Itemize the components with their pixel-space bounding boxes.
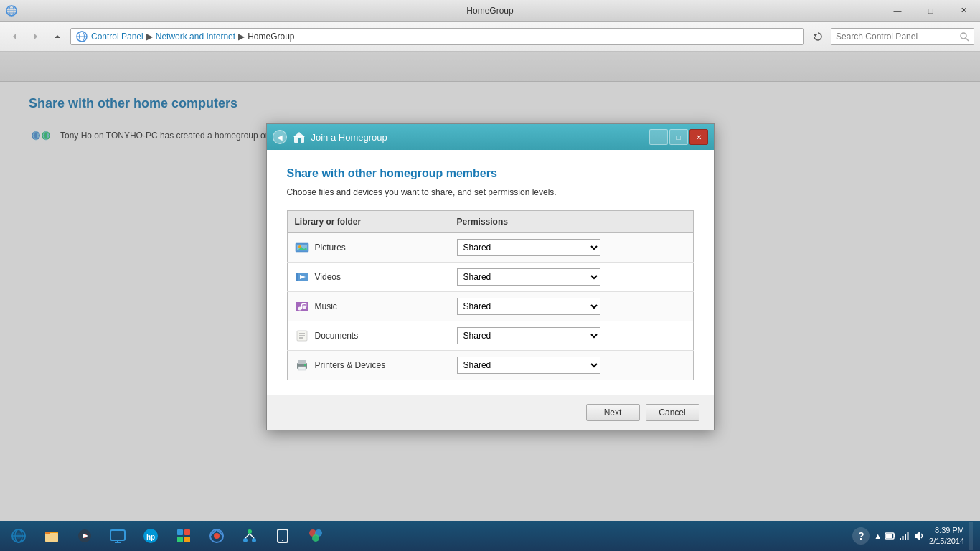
taskbar: hp xyxy=(0,521,980,551)
dialog-maximize-button[interactable]: □ xyxy=(669,129,688,145)
notification-arrow-icon[interactable]: ▲ xyxy=(874,532,882,540)
svg-rect-60 xyxy=(177,529,183,535)
dialog-footer: Next Cancel xyxy=(267,395,714,430)
cancel-button[interactable]: Cancel xyxy=(646,404,699,421)
breadcrumb-homegroup: HomeGroup xyxy=(248,32,294,42)
dialog-titlebar-left: ◀ Join a Homegroup xyxy=(273,130,387,144)
dialog-description: Choose files and devices you want to sha… xyxy=(287,187,694,197)
taskbar-chrome-button[interactable] xyxy=(201,522,232,550)
svg-rect-79 xyxy=(900,538,901,540)
permission-select[interactable]: SharedRead onlyNot shared xyxy=(457,239,600,256)
svg-marker-21 xyxy=(293,132,305,137)
svg-point-72 xyxy=(282,540,283,541)
taskbar-controlpanel-button[interactable] xyxy=(168,522,199,550)
network-icon xyxy=(241,527,258,545)
svg-rect-43 xyxy=(298,367,306,370)
permission-select[interactable]: SharedRead onlyNot shared xyxy=(457,357,600,374)
permission-select[interactable]: SharedRead onlyNot shared xyxy=(457,298,600,315)
refresh-icon xyxy=(813,32,823,42)
dialog-back-button[interactable]: ◀ xyxy=(273,130,287,144)
svg-point-65 xyxy=(214,533,220,539)
app-icon xyxy=(6,5,17,17)
controlpanel-icon xyxy=(175,527,192,545)
svg-point-66 xyxy=(248,529,252,534)
signal-icon xyxy=(899,530,910,542)
taskbar-right: ? ▲ 8:39 PM 2/15/2014 xyxy=(852,522,977,550)
forward-button[interactable] xyxy=(27,28,44,45)
battery-icon xyxy=(885,530,896,542)
table-row: Music SharedRead onlyNot shared xyxy=(287,292,693,321)
taskbar-display-button[interactable] xyxy=(102,522,133,550)
display-icon xyxy=(109,527,126,545)
svg-marker-7 xyxy=(55,35,60,38)
show-desktop-button[interactable] xyxy=(969,522,973,550)
taskbar-ie-button[interactable] xyxy=(3,522,34,550)
tablet-icon xyxy=(274,527,291,545)
colors-icon xyxy=(307,527,324,545)
minimize-button[interactable]: — xyxy=(881,0,914,22)
taskbar-explorer-button[interactable] xyxy=(36,522,67,550)
help-button[interactable]: ? xyxy=(852,527,870,545)
music-lib-icon xyxy=(295,301,309,312)
dialog-close-button[interactable]: ✕ xyxy=(689,129,708,145)
taskbar-colors-button[interactable] xyxy=(300,522,331,550)
pictures-lib-icon xyxy=(295,242,309,253)
svg-marker-6 xyxy=(34,34,37,39)
breadcrumb-controlpanel[interactable]: Control Panel xyxy=(91,32,143,42)
window-title: HomeGroup xyxy=(466,6,513,16)
dialog-minimize-button[interactable]: — xyxy=(649,129,668,145)
svg-rect-62 xyxy=(177,537,183,542)
window-controls: — □ ✕ xyxy=(881,0,980,22)
table-row: Videos SharedRead onlyNot shared xyxy=(287,263,693,292)
svg-point-75 xyxy=(312,534,319,542)
svg-rect-42 xyxy=(298,360,306,364)
taskbar-system-icons: ▲ xyxy=(874,530,925,542)
dialog-homegroup-icon xyxy=(293,131,306,143)
refresh-button[interactable] xyxy=(809,28,826,45)
svg-text:hp: hp xyxy=(146,533,155,541)
volume-icon xyxy=(913,530,925,542)
next-button[interactable]: Next xyxy=(586,404,640,421)
title-bar-left xyxy=(6,5,17,17)
svg-line-36 xyxy=(301,303,306,304)
library-name: Documents xyxy=(315,331,359,341)
svg-rect-22 xyxy=(298,138,301,143)
maximize-button[interactable]: □ xyxy=(914,0,947,22)
svg-rect-55 xyxy=(110,530,125,540)
library-cell: Videos xyxy=(295,271,443,283)
col-library: Library or folder xyxy=(287,211,450,233)
library-cell: Pictures xyxy=(295,242,443,253)
join-homegroup-dialog: ◀ Join a Homegroup — □ ✕ Share with othe… xyxy=(266,123,715,430)
taskbar-network-button[interactable] xyxy=(234,522,265,550)
address-bar: Control Panel ▶ Network and Internet ▶ H… xyxy=(0,22,980,52)
table-row: Documents SharedRead onlyNot shared xyxy=(287,321,693,351)
svg-marker-5 xyxy=(13,34,16,39)
breadcrumb-network[interactable]: Network and Internet xyxy=(156,32,235,42)
permission-select[interactable]: SharedRead onlyNot shared xyxy=(457,327,600,344)
permission-select[interactable]: SharedRead onlyNot shared xyxy=(457,268,600,286)
dialog-window-buttons: — □ ✕ xyxy=(649,129,708,145)
table-row: Printers & Devices SharedRead onlyNot sh… xyxy=(287,351,693,380)
library-name: Music xyxy=(315,301,337,311)
svg-point-68 xyxy=(252,538,256,542)
explorer-icon xyxy=(43,527,60,545)
search-input[interactable] xyxy=(836,32,959,42)
dialog-titlebar: ◀ Join a Homegroup — □ ✕ xyxy=(267,124,714,150)
taskbar-tablet-button[interactable] xyxy=(267,522,298,550)
address-input[interactable]: Control Panel ▶ Network and Internet ▶ H… xyxy=(70,28,804,45)
library-name: Pictures xyxy=(315,242,346,253)
svg-rect-63 xyxy=(184,537,190,542)
taskbar-hp-button[interactable]: hp xyxy=(135,522,166,550)
up-button[interactable] xyxy=(49,28,66,45)
dialog-overlay: ◀ Join a Homegroup — □ ✕ Share with othe… xyxy=(0,52,980,521)
taskbar-media-button[interactable] xyxy=(69,522,100,550)
media-icon xyxy=(76,527,93,545)
taskbar-clock[interactable]: 8:39 PM 2/15/2014 xyxy=(929,525,964,547)
svg-rect-50 xyxy=(45,533,58,542)
printer-lib-icon xyxy=(295,359,309,371)
svg-marker-83 xyxy=(915,532,920,540)
search-box[interactable] xyxy=(831,28,974,45)
back-icon xyxy=(10,32,19,41)
back-button[interactable] xyxy=(6,28,23,45)
close-button[interactable]: ✕ xyxy=(947,0,980,22)
